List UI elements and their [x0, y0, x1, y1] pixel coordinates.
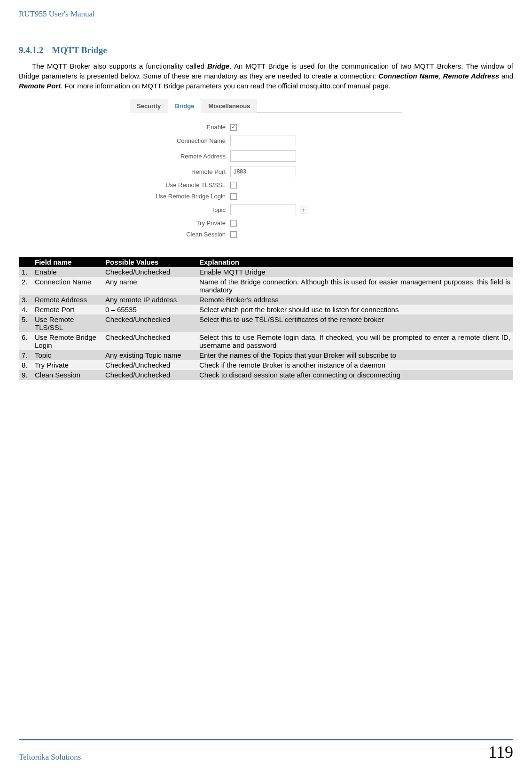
- th-blank: [19, 257, 32, 267]
- checkbox-enable[interactable]: [230, 124, 237, 131]
- cell-num: 1.: [19, 267, 32, 277]
- cell-explanation: Remote Broker's address: [196, 295, 513, 305]
- tab-bar: Security Bridge Miscellaneous: [130, 98, 402, 113]
- th-field: Field name: [32, 257, 102, 267]
- cell-field: Use Remote Bridge Login: [32, 332, 102, 350]
- input-remote-address[interactable]: [230, 150, 296, 162]
- label-topic: Topic: [132, 206, 230, 213]
- table-row: 3.Remote AddressAny remote IP addressRem…: [19, 295, 513, 305]
- label-remote-port: Remote Port: [132, 168, 230, 175]
- table-row: 9.Clean SessionChecked/UncheckedCheck to…: [19, 370, 513, 380]
- input-topic[interactable]: [230, 204, 296, 215]
- cell-field: Remote Address: [32, 295, 102, 305]
- label-remote-address: Remote Address: [132, 153, 230, 160]
- tab-bridge[interactable]: Bridge: [168, 99, 201, 113]
- section-heading: 9.4.1.2MQTT Bridge: [19, 45, 513, 55]
- section-number: 9.4.1.2: [19, 45, 43, 55]
- tab-security[interactable]: Security: [130, 99, 168, 113]
- cell-num: 7.: [19, 350, 32, 360]
- cell-field: Try Private: [32, 360, 102, 370]
- label-clean-session: Clean Session: [132, 231, 230, 238]
- cell-values: Checked/Unchecked: [102, 360, 196, 370]
- document-header: RUT955 User's Manual: [19, 9, 513, 22]
- page-footer: Teltonika Solutions 119: [19, 739, 513, 762]
- parameters-table: Field name Possible Values Explanation 1…: [19, 257, 513, 380]
- cell-explanation: Check if the remote Broker is another in…: [196, 360, 513, 370]
- cell-num: 6.: [19, 332, 32, 350]
- table-row: 2.Connection NameAny nameName of the Bri…: [19, 277, 513, 295]
- cell-values: Any remote IP address: [102, 295, 196, 305]
- table-row: 8.Try PrivateChecked/UncheckedCheck if t…: [19, 360, 513, 370]
- th-explanation: Explanation: [196, 257, 513, 267]
- cell-num: 3.: [19, 295, 32, 305]
- cell-explanation: Enter the names of the Topics that your …: [196, 350, 513, 360]
- label-use-remote-login: Use Remote Bridge Login: [132, 193, 230, 200]
- label-try-private: Try Private: [132, 220, 230, 227]
- checkbox-clean-session[interactable]: [230, 231, 237, 238]
- cell-values: Any name: [102, 277, 196, 295]
- cell-values: Checked/Unchecked: [102, 370, 196, 380]
- input-remote-port[interactable]: [230, 166, 296, 177]
- cell-field: Enable: [32, 267, 102, 277]
- cell-explanation: Select this to use Remote login data. If…: [196, 332, 513, 350]
- cell-values: 0 – 65535: [102, 305, 196, 314]
- table-row: 4.Remote Port0 – 65535Select which port …: [19, 305, 513, 314]
- tab-misc[interactable]: Miscellaneous: [201, 99, 257, 113]
- cell-values: Checked/Unchecked: [102, 332, 196, 350]
- cell-explanation: Select this to use TSL/SSL certificates …: [196, 314, 513, 332]
- cell-explanation: Select which port the broker should use …: [196, 305, 513, 314]
- label-use-remote-tls: Use Remote TLS/SSL: [132, 181, 230, 188]
- cell-num: 4.: [19, 305, 32, 314]
- cell-values: Checked/Unchecked: [102, 267, 196, 277]
- checkbox-try-private[interactable]: [230, 220, 237, 227]
- cell-num: 9.: [19, 370, 32, 380]
- cell-field: Use Remote TLS/SSL: [32, 314, 102, 332]
- cell-num: 5.: [19, 314, 32, 332]
- cell-explanation: Enable MQTT Bridge: [196, 267, 513, 277]
- cell-field: Clean Session: [32, 370, 102, 380]
- cell-explanation: Name of the Bridge connection. Although …: [196, 277, 513, 295]
- checkbox-use-remote-tls[interactable]: [230, 182, 237, 188]
- table-row: 5.Use Remote TLS/SSLChecked/UncheckedSel…: [19, 314, 513, 332]
- cell-explanation: Check to discard session state after con…: [196, 370, 513, 380]
- th-values: Possible Values: [102, 257, 196, 267]
- add-topic-button[interactable]: +: [300, 206, 307, 213]
- cell-field: Remote Port: [32, 305, 102, 314]
- section-title: MQTT Bridge: [52, 45, 107, 55]
- footer-company: Teltonika Solutions: [19, 753, 81, 762]
- bridge-form-screenshot: Security Bridge Miscellaneous Enable Con…: [130, 98, 402, 249]
- cell-values: Checked/Unchecked: [102, 314, 196, 332]
- footer-page-number: 119: [488, 742, 513, 762]
- section-paragraph: The MQTT Broker also supports a function…: [19, 61, 513, 91]
- checkbox-use-remote-login[interactable]: [230, 193, 237, 200]
- input-connection-name[interactable]: [230, 135, 296, 146]
- table-row: 1.EnableChecked/UncheckedEnable MQTT Bri…: [19, 267, 513, 277]
- label-enable: Enable: [132, 124, 230, 131]
- table-row: 6.Use Remote Bridge LoginChecked/Uncheck…: [19, 332, 513, 350]
- cell-values: Any existing Topic name: [102, 350, 196, 360]
- table-row: 7.TopicAny existing Topic nameEnter the …: [19, 350, 513, 360]
- cell-num: 2.: [19, 277, 32, 295]
- cell-num: 8.: [19, 360, 32, 370]
- cell-field: Topic: [32, 350, 102, 360]
- label-connection-name: Connection Name: [132, 137, 230, 144]
- cell-field: Connection Name: [32, 277, 102, 295]
